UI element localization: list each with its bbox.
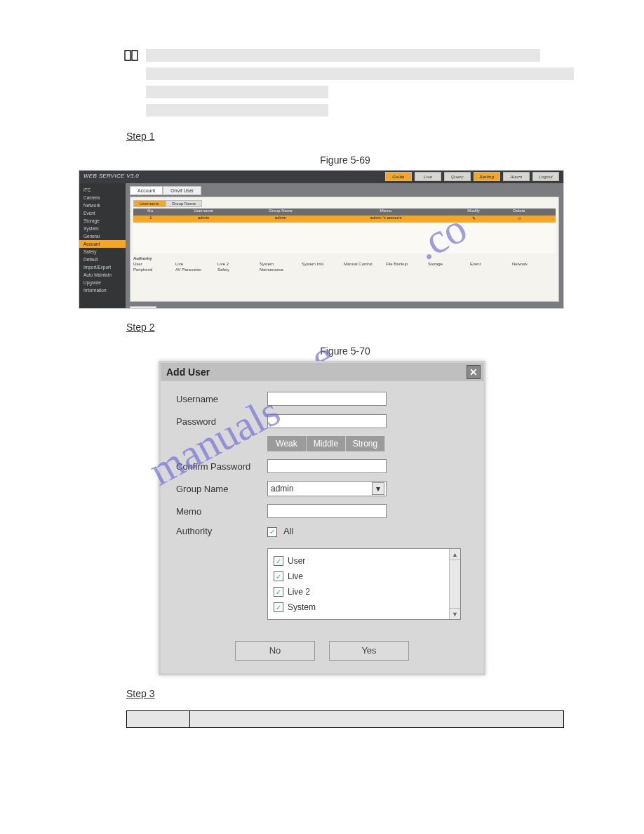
sidebar-item-importexport[interactable]: Import/Export <box>79 263 126 271</box>
note-line <box>146 67 574 80</box>
delete-icon: ⊖ <box>498 216 540 223</box>
strength-middle: Middle <box>307 436 346 451</box>
tab-onvifuser[interactable]: Onvif User <box>163 186 201 195</box>
confirm-label: Confirm Password <box>176 461 267 472</box>
group-label: Group Name <box>176 484 267 494</box>
sidebar-item-itc[interactable]: ITC <box>79 186 126 194</box>
sidebar-item-account[interactable]: Account <box>79 240 126 248</box>
screenshot-account-list: WEB SERVICE V3.0 Guide Live Query Settin… <box>79 170 564 309</box>
sidebar-item-upgrade[interactable]: Upgrade <box>79 279 126 286</box>
chevron-down-icon: ▾ <box>372 482 384 495</box>
note-icon <box>123 49 139 64</box>
account-table-row[interactable]: 1 admin admin admin 's account ✎ ⊖ <box>133 216 556 223</box>
figure-caption-1: Figure 5-69 <box>126 154 564 166</box>
sidebar-item-general[interactable]: General <box>79 232 126 240</box>
no-button[interactable]: No <box>235 641 315 661</box>
step-1-heading: Step 1 <box>126 131 564 142</box>
strength-strong: Strong <box>346 436 385 451</box>
checkbox-all[interactable]: ✓ <box>267 527 277 537</box>
sidebar-item-storage[interactable]: Storage <box>79 217 126 225</box>
tab-account[interactable]: Account <box>130 186 163 195</box>
sidebar-item-network[interactable]: Network <box>79 201 126 209</box>
dialog-title: Add User <box>166 366 210 378</box>
sidebar-item-default[interactable]: Default <box>79 256 126 263</box>
parameter-table <box>126 710 564 728</box>
top-btn-live[interactable]: Live <box>415 172 441 181</box>
scroll-down-icon[interactable]: ▼ <box>450 608 460 619</box>
modify-icon: ✎ <box>449 216 498 223</box>
group-select[interactable]: admin ▾ <box>267 481 387 496</box>
authority-label: Authority <box>176 526 267 536</box>
username-label: Username <box>176 394 267 404</box>
step-2-heading: Step 2 <box>126 322 564 333</box>
authority-heading: Authority <box>133 256 556 260</box>
strength-weak: Weak <box>267 436 307 451</box>
top-btn-setting[interactable]: Setting <box>474 172 500 181</box>
group-value: admin <box>271 484 294 494</box>
param-header-cell <box>127 711 190 728</box>
scroll-up-icon[interactable]: ▲ <box>450 549 460 560</box>
figure-caption-2: Figure 5-70 <box>126 345 564 357</box>
authority-listbox: ✓User ✓Live ✓Live 2 ✓System ▲ ▼ <box>267 548 461 620</box>
add-user-dialog: Add User ✕ Username Password Weak Middle… <box>159 361 485 675</box>
sidebar-item-automaintain[interactable]: Auto Maintain <box>79 271 126 279</box>
sidebar-item-camera[interactable]: Camera <box>79 194 126 201</box>
add-user-button[interactable]: Add User <box>130 306 156 309</box>
password-label: Password <box>176 416 267 427</box>
confirm-password-input[interactable] <box>267 459 387 473</box>
top-btn-logout[interactable]: Logout <box>532 172 559 181</box>
checkbox-system[interactable]: ✓ <box>274 602 283 612</box>
memo-input[interactable] <box>267 504 387 518</box>
note-line <box>146 49 540 62</box>
yes-button[interactable]: Yes <box>329 641 409 661</box>
password-strength: Weak Middle Strong <box>267 436 468 451</box>
password-input[interactable] <box>267 414 387 428</box>
memo-label: Memo <box>176 506 267 517</box>
username-input[interactable] <box>267 392 387 406</box>
sidebar-item-safety[interactable]: Safety <box>79 248 126 256</box>
note-line <box>146 86 328 98</box>
checkbox-live[interactable]: ✓ <box>274 571 283 581</box>
scrollbar[interactable]: ▲ ▼ <box>449 549 460 619</box>
sidebar: ITC Camera Network Event Storage System … <box>79 183 126 308</box>
top-btn-query[interactable]: Query <box>444 172 471 181</box>
step-3-heading: Step 3 <box>126 688 564 699</box>
note-line <box>146 104 328 117</box>
desc-header-cell <box>190 711 564 728</box>
top-btn-guide[interactable]: Guide <box>385 172 412 181</box>
all-label: All <box>283 526 293 536</box>
sidebar-item-system[interactable]: System <box>79 225 126 232</box>
top-btn-alarm[interactable]: Alarm <box>503 172 530 181</box>
web-service-brand: WEB SERVICE V3.0 <box>83 173 139 179</box>
subtab-groupname[interactable]: Group Name <box>166 200 202 207</box>
sidebar-item-information[interactable]: Information <box>79 286 126 294</box>
account-table-header: No. Username Group Name Memo Modify Dele… <box>133 208 556 216</box>
subtab-username[interactable]: Username <box>133 200 166 207</box>
authority-list: UserLiveLive 2SystemSystem InfoManual Co… <box>133 262 556 272</box>
checkbox-user[interactable]: ✓ <box>274 556 283 566</box>
checkbox-live2[interactable]: ✓ <box>274 587 283 597</box>
close-icon[interactable]: ✕ <box>467 365 481 379</box>
sidebar-item-event[interactable]: Event <box>79 209 126 217</box>
